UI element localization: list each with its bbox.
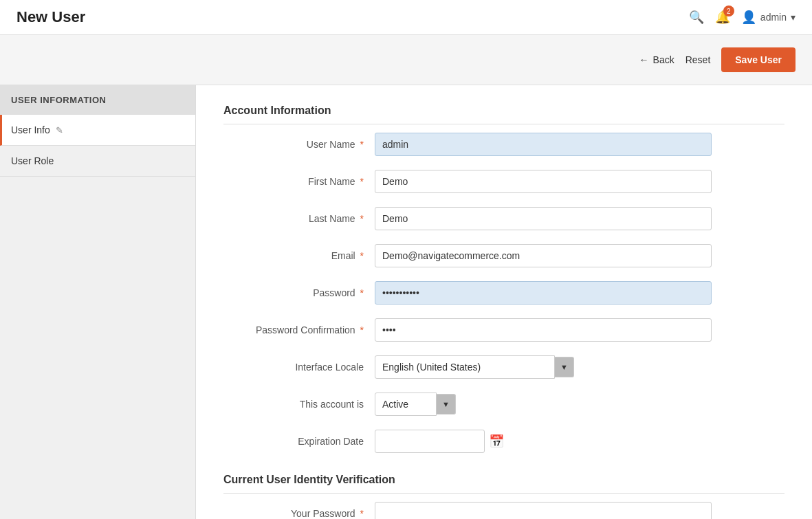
- edit-icon: ✎: [56, 125, 63, 135]
- user-avatar-icon: 👤: [741, 10, 756, 25]
- locale-field-group: Interface Locale English (United States)…: [223, 355, 784, 379]
- top-header: New User 🔍 🔔 2 👤 admin ▾: [0, 0, 812, 35]
- lastname-field-group: Last Name *: [223, 207, 784, 230]
- main-layout: USER INFORMATION User Info ✎ User Role A…: [0, 85, 812, 519]
- account-status-wrapper: Active Inactive ▼: [375, 393, 456, 416]
- account-status-field-group: This account is Active Inactive ▼: [223, 393, 784, 416]
- arrow-left-icon: ←: [639, 54, 649, 65]
- email-input[interactable]: [375, 244, 712, 267]
- chevron-down-icon: ▾: [791, 12, 795, 23]
- toolbar: ← Back Reset Save User: [0, 35, 812, 85]
- locale-dropdown-arrow[interactable]: ▼: [555, 357, 574, 377]
- back-label: Back: [653, 54, 674, 65]
- username-input[interactable]: [375, 133, 712, 156]
- sidebar-item-user-role[interactable]: User Role: [0, 146, 195, 177]
- expiration-wrapper: 📅: [375, 430, 504, 453]
- save-user-button[interactable]: Save User: [721, 47, 795, 72]
- your-password-input[interactable]: [375, 502, 712, 519]
- firstname-field-group: First Name *: [223, 170, 784, 193]
- lastname-required: *: [360, 213, 364, 224]
- email-required: *: [360, 250, 364, 261]
- identity-section-title: Current User Identity Verification: [223, 474, 784, 494]
- notifications-bell[interactable]: 🔔 2: [715, 10, 730, 25]
- locale-select-wrapper: English (United States) French (France) …: [375, 355, 574, 379]
- firstname-required: *: [360, 176, 364, 187]
- expiration-label: Expiration Date: [223, 436, 375, 447]
- password-confirm-label: Password Confirmation *: [223, 324, 375, 335]
- locale-select[interactable]: English (United States) French (France) …: [375, 355, 555, 379]
- password-confirm-required: *: [360, 324, 364, 335]
- account-status-label: This account is: [223, 399, 375, 410]
- password-required: *: [360, 287, 364, 298]
- admin-label: admin: [760, 12, 787, 23]
- account-status-dropdown-arrow[interactable]: ▼: [437, 394, 456, 415]
- lastname-label: Last Name *: [223, 213, 375, 224]
- your-password-field-group: Your Password *: [223, 502, 784, 519]
- sidebar-user-role-label: User Role: [11, 155, 54, 166]
- account-status-select[interactable]: Active Inactive: [375, 393, 437, 416]
- expiration-field-group: Expiration Date 📅: [223, 430, 784, 453]
- your-password-label: Your Password *: [223, 508, 375, 519]
- password-confirm-field-group: Password Confirmation *: [223, 318, 784, 342]
- page-title: New User: [17, 8, 85, 26]
- email-label: Email *: [223, 250, 375, 261]
- back-button[interactable]: ← Back: [639, 54, 674, 65]
- firstname-input[interactable]: [375, 170, 712, 193]
- sidebar-item-user-info[interactable]: User Info ✎: [0, 115, 195, 146]
- account-section-title: Account Information: [223, 104, 784, 124]
- sidebar-user-info-label: User Info: [11, 124, 50, 135]
- password-field-group: Password *: [223, 281, 784, 305]
- sidebar: USER INFORMATION User Info ✎ User Role: [0, 85, 196, 519]
- save-user-label: Save User: [735, 54, 782, 65]
- password-confirm-input[interactable]: [375, 318, 712, 342]
- search-icon: 🔍: [689, 10, 704, 24]
- sidebar-section-title: USER INFORMATION: [0, 85, 195, 115]
- locale-label: Interface Locale: [223, 362, 375, 373]
- user-menu[interactable]: 👤 admin ▾: [741, 10, 795, 25]
- email-field-group: Email *: [223, 244, 784, 267]
- header-right: 🔍 🔔 2 👤 admin ▾: [689, 10, 795, 25]
- notification-badge: 2: [723, 5, 734, 16]
- username-field-group: User Name *: [223, 133, 784, 156]
- calendar-icon[interactable]: 📅: [489, 434, 504, 449]
- firstname-label: First Name *: [223, 176, 375, 187]
- reset-label: Reset: [685, 54, 711, 65]
- reset-button[interactable]: Reset: [685, 54, 711, 65]
- your-password-required: *: [360, 508, 364, 519]
- search-button[interactable]: 🔍: [689, 10, 704, 25]
- content-area: Account Information User Name * First Na…: [196, 85, 812, 519]
- expiration-date-input[interactable]: [375, 430, 485, 453]
- password-label: Password *: [223, 287, 375, 298]
- username-required: *: [360, 139, 364, 150]
- password-input[interactable]: [375, 281, 712, 305]
- username-label: User Name *: [223, 139, 375, 150]
- lastname-input[interactable]: [375, 207, 712, 230]
